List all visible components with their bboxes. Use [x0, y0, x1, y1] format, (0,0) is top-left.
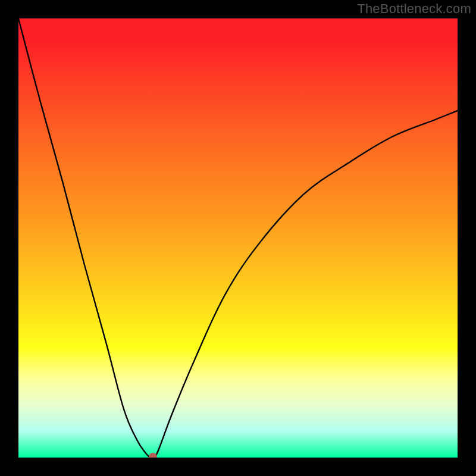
watermark-text: TheBottleneck.com — [357, 1, 471, 17]
curve-svg — [18, 18, 458, 458]
curve-path — [18, 18, 458, 458]
plot-area — [18, 18, 458, 458]
chart-stage: TheBottleneck.com — [0, 0, 476, 476]
